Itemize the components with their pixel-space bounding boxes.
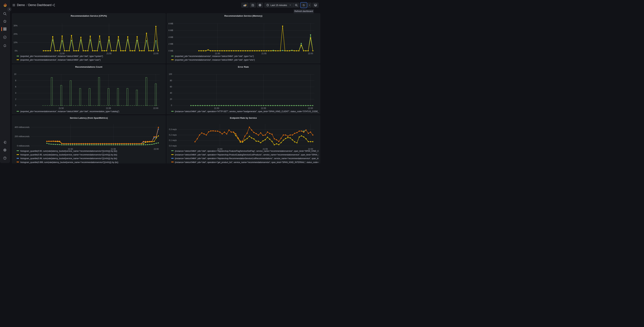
svg-text:6: 6 (15, 86, 16, 88)
svg-text:0 MB: 0 MB (168, 50, 173, 52)
svg-text:8 MB: 8 MB (168, 22, 173, 25)
svg-text:8: 8 (15, 80, 16, 82)
svg-text:0: 0 (15, 104, 16, 106)
svg-text:0%: 0% (14, 50, 18, 52)
svg-text:0.0 req/s: 0.0 req/s (169, 145, 177, 147)
svg-text:30%: 30% (14, 24, 18, 27)
svg-text:0.1 req/s: 0.1 req/s (169, 139, 177, 142)
svg-text:6 MB: 6 MB (168, 29, 173, 32)
svg-text:21:50: 21:50 (215, 52, 220, 55)
svg-text:0: 0 (171, 104, 172, 106)
svg-text:10: 10 (14, 73, 16, 75)
svg-text:0.3 req/s: 0.3 req/s (169, 128, 177, 130)
svg-text:200 milliseconds: 200 milliseconds (14, 135, 30, 138)
svg-text:10%: 10% (14, 41, 18, 44)
svg-text:100: 100 (168, 73, 172, 75)
svg-text:4 MB: 4 MB (168, 36, 173, 38)
svg-text:80: 80 (170, 80, 172, 82)
svg-text:0.2 req/s: 0.2 req/s (169, 134, 177, 136)
svg-text:22:00: 22:00 (153, 52, 158, 55)
svg-text:22:00: 22:00 (308, 52, 313, 55)
svg-text:22:00: 22:00 (153, 107, 158, 110)
svg-text:21:50: 21:50 (60, 52, 65, 55)
svg-text:4: 4 (15, 92, 16, 94)
svg-text:20%: 20% (14, 33, 18, 35)
svg-text:21:55: 21:55 (262, 52, 266, 55)
svg-text:2 MB: 2 MB (168, 43, 173, 45)
svg-text:21:50: 21:50 (214, 107, 219, 110)
svg-text:21:50: 21:50 (59, 107, 64, 110)
svg-text:0 milliseconds: 0 milliseconds (17, 145, 30, 147)
svg-text:60: 60 (170, 86, 172, 88)
svg-text:400 milliseconds: 400 milliseconds (14, 126, 30, 128)
svg-text:21:55: 21:55 (106, 52, 112, 55)
svg-text:21:55: 21:55 (106, 107, 111, 110)
svg-text:20: 20 (170, 98, 172, 100)
svg-text:22:00: 22:00 (308, 107, 313, 110)
svg-text:2: 2 (15, 98, 16, 100)
svg-text:40: 40 (170, 92, 172, 94)
svg-text:21:55: 21:55 (261, 107, 266, 110)
